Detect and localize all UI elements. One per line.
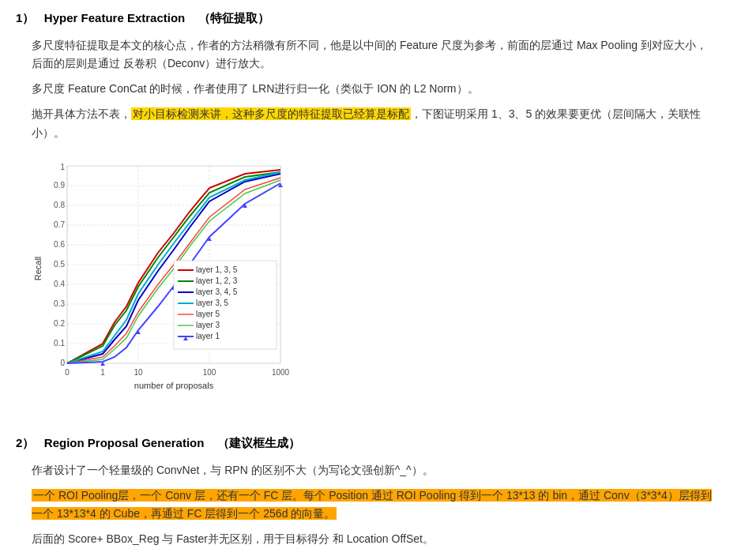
para3-highlight: 对小目标检测来讲，这种多尺度的特征提取已经算是标配	[131, 107, 411, 120]
chart-xlabel: number of proposals	[134, 381, 214, 390]
svg-text:0.4: 0.4	[54, 280, 65, 288]
section-1-title: 1） Hyper Feature Extraction （特征提取）	[16, 8, 714, 28]
svg-text:0.9: 0.9	[54, 181, 65, 190]
section-2-para2: 一个 ROI Pooling层，一个 Conv 层，还有一个 FC 层。每个 P…	[32, 487, 714, 524]
para2-highlight: 一个 ROI Pooling层，一个 Conv 层，还有一个 FC 层。每个 P…	[32, 489, 712, 521]
section-1-title-en: Hyper Feature Extraction	[44, 11, 185, 24]
svg-text:layer 3, 4, 5: layer 3, 4, 5	[196, 288, 238, 296]
svg-text:0.7: 0.7	[54, 220, 65, 229]
section-1-title-zh: （特征提取）	[198, 11, 269, 24]
svg-text:0.6: 0.6	[54, 240, 65, 249]
recall-chart: 0 0.1 0.2 0.3 0.4 0.5 0.6 0.7 0.8 0.9 1 …	[32, 158, 324, 403]
svg-text:100: 100	[203, 368, 216, 377]
svg-text:1: 1	[100, 368, 105, 377]
svg-text:0.3: 0.3	[54, 299, 65, 308]
svg-text:0.1: 0.1	[54, 339, 65, 348]
svg-text:1: 1	[60, 163, 65, 171]
section-2-title-zh: （建议框生成）	[217, 436, 300, 449]
section-2-title: 2） Region Proposal Generation （建议框生成）	[16, 433, 714, 453]
para3-before: 抛开具体方法不表，	[32, 107, 131, 120]
svg-text:0.5: 0.5	[54, 260, 65, 269]
svg-text:layer 3, 5: layer 3, 5	[196, 299, 229, 307]
section-2-number: 2）	[16, 436, 34, 449]
section-1-number: 1）	[16, 11, 34, 24]
svg-text:layer 3: layer 3	[196, 321, 220, 329]
svg-text:0.2: 0.2	[54, 319, 65, 328]
svg-text:0: 0	[60, 359, 65, 367]
svg-text:0.8: 0.8	[54, 201, 65, 209]
section-1-para1: 多尺度特征提取是本文的核心点，作者的方法稍微有所不同，他是以中间的 Featur…	[32, 36, 714, 74]
chart-container: 0 0.1 0.2 0.3 0.4 0.5 0.6 0.7 0.8 0.9 1 …	[32, 158, 324, 409]
svg-text:0: 0	[65, 368, 70, 377]
section-2-title-en: Region Proposal Generation	[44, 436, 205, 449]
svg-text:1000: 1000	[272, 368, 290, 377]
svg-text:layer 5: layer 5	[196, 310, 220, 318]
section-2: 2） Region Proposal Generation （建议框生成） 作者…	[16, 433, 714, 549]
section-2-para3: 后面的 Score+ BBox_Reg 与 Faster并无区别，用于目标得分 …	[32, 530, 714, 549]
svg-text:10: 10	[134, 368, 143, 377]
section-1-para2: 多尺度 Feature ConCat 的时候，作者使用了 LRN进行归一化（类似…	[32, 80, 714, 99]
section-1: 1） Hyper Feature Extraction （特征提取） 多尺度特征…	[16, 8, 714, 419]
svg-text:layer 1, 2, 3: layer 1, 2, 3	[196, 276, 238, 285]
svg-text:layer 1: layer 1	[196, 332, 220, 340]
svg-text:layer 1, 3, 5: layer 1, 3, 5	[196, 265, 238, 274]
section-2-para1: 作者设计了一个轻量级的 ConvNet，与 RPN 的区别不大（为写论文强创新^…	[32, 461, 714, 480]
section-1-para3: 抛开具体方法不表，对小目标检测来讲，这种多尺度的特征提取已经算是标配，下图证明采…	[32, 105, 714, 143]
chart-ylabel: Recall	[33, 257, 43, 281]
